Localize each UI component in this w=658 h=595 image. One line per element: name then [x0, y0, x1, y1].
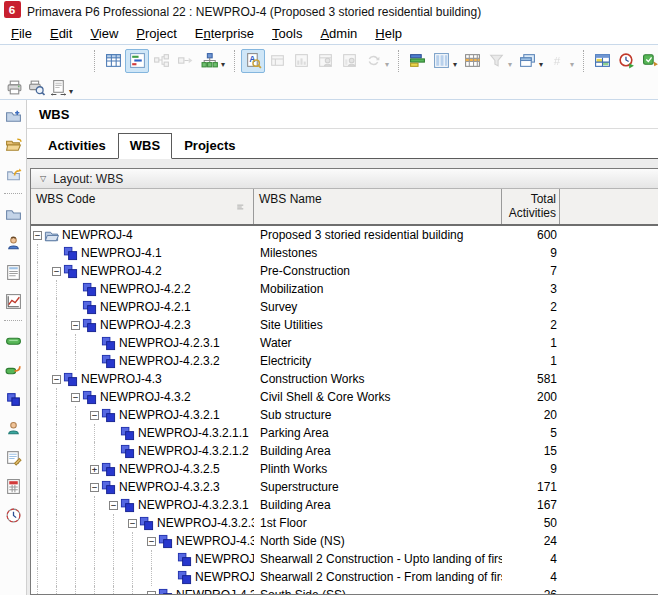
- wbs-row[interactable]: −NEWPROJ-4.3.2.3.1Building Area167: [31, 496, 658, 514]
- tab-activities[interactable]: Activities: [36, 133, 118, 159]
- menu-file[interactable]: File: [2, 24, 41, 43]
- wbs-row[interactable]: +NEWPROJ-4.3.2.5Plinth Works9: [31, 460, 658, 478]
- timescale-button[interactable]: [460, 49, 484, 73]
- resource-usage-button[interactable]: [313, 49, 337, 73]
- wbs-row[interactable]: −NEWPROJ-4.2.3Site Utilities2: [31, 316, 658, 334]
- tracking-button[interactable]: [2, 290, 24, 312]
- collapse-icon[interactable]: −: [90, 483, 99, 492]
- layout-options-bar[interactable]: ▽ Layout: WBS: [31, 169, 658, 189]
- wbs-row[interactable]: −NEWPROJ-4.3.2.3.1.North Side (NS)24: [31, 532, 658, 550]
- expenses-button[interactable]: [2, 446, 24, 468]
- menu-project[interactable]: Project: [127, 24, 185, 43]
- wbs-row[interactable]: −NEWPROJ-4.3.2.1Sub structure20: [31, 406, 658, 424]
- collapse-icon[interactable]: −: [109, 501, 118, 510]
- columns-dropdown-icon[interactable]: ▾: [453, 60, 457, 69]
- wbs-row[interactable]: −NEWPROJ-4.3.2Civil Shell & Core Works20…: [31, 388, 658, 406]
- wbs-row[interactable]: NEWPROJ-4.1Milestones9: [31, 244, 658, 262]
- layout-button[interactable]: [515, 49, 539, 73]
- activity-details-button[interactable]: [265, 49, 289, 73]
- folder-export-button[interactable]: [2, 163, 24, 185]
- page-setup-dropdown-icon[interactable]: ▾: [69, 87, 73, 96]
- empty-cell: [560, 226, 658, 244]
- collapse-icon[interactable]: −: [71, 321, 80, 330]
- tree-indent-guide: [56, 406, 71, 424]
- folder-button[interactable]: [2, 203, 24, 225]
- wbs-cubes-button[interactable]: [2, 388, 24, 410]
- print-preview-button[interactable]: [25, 77, 47, 98]
- wbs-row[interactable]: NEWPROJ-4.2.2Mobilization3: [31, 280, 658, 298]
- line-numbers-button[interactable]: #: [546, 49, 570, 73]
- collapse-icon[interactable]: −: [52, 375, 61, 384]
- menu-edit[interactable]: Edit: [41, 24, 81, 43]
- obs-button[interactable]: [2, 330, 24, 352]
- filter-dropdown-icon[interactable]: ▾: [508, 60, 512, 69]
- find-button[interactable]: A: [241, 49, 265, 73]
- wbs-row[interactable]: NEWPROJ-4.2.3.2Electricity1: [31, 352, 658, 370]
- menu-admin[interactable]: Admin: [311, 24, 366, 43]
- menu-tools[interactable]: Tools: [263, 24, 311, 43]
- wbs-row[interactable]: NEWPROJ-4.3.2.3Shearwall 2 Construction …: [31, 568, 658, 586]
- line-numbers-dropdown-icon[interactable]: ▾: [570, 60, 574, 69]
- schedule-button[interactable]: [638, 49, 658, 73]
- roles-button[interactable]: [2, 417, 24, 439]
- wbs-row[interactable]: NEWPROJ-4.2.3.1Water1: [31, 334, 658, 352]
- chart-view-button[interactable]: [197, 49, 221, 73]
- resources-button[interactable]: [2, 232, 24, 254]
- wbs-row[interactable]: NEWPROJ-4.2.1Survey2: [31, 298, 658, 316]
- column-filter-icon[interactable]: [235, 201, 247, 216]
- column-header-wbs-name[interactable]: WBS Name: [254, 189, 502, 224]
- expand-icon[interactable]: +: [90, 465, 99, 474]
- calculators-button[interactable]: [2, 475, 24, 497]
- refresh-button[interactable]: [361, 49, 385, 73]
- layout-dropdown-icon[interactable]: ▾: [539, 60, 543, 69]
- collapse-icon[interactable]: −: [52, 267, 61, 276]
- print-button[interactable]: [3, 77, 25, 98]
- links-button[interactable]: [2, 359, 24, 381]
- wbs-row[interactable]: −NEWPROJ-4.3.2.3.1.11st Floor50: [31, 514, 658, 532]
- refresh-dropdown-icon[interactable]: ▾: [385, 60, 389, 69]
- resource-usage-alt-button[interactable]: [337, 49, 361, 73]
- chart-view-dropdown-icon[interactable]: ▾: [221, 60, 225, 69]
- activity-network-button[interactable]: [149, 49, 173, 73]
- columns-button[interactable]: [429, 49, 453, 73]
- column-header-total-activities[interactable]: Total Activities: [502, 189, 560, 224]
- collapse-icon[interactable]: −: [90, 411, 99, 420]
- menu-enterprise[interactable]: Enterprise: [186, 24, 263, 43]
- reports-button[interactable]: [2, 261, 24, 283]
- details-table-button[interactable]: [590, 49, 614, 73]
- wbs-row[interactable]: −NEWPROJ-4Proposed 3 storied residential…: [31, 226, 658, 244]
- filter-button[interactable]: [484, 49, 508, 73]
- collapse-icon[interactable]: −: [147, 591, 156, 595]
- trace-logic-button[interactable]: [173, 49, 197, 73]
- expand-slot: −: [71, 321, 82, 330]
- group-sort-button[interactable]: [405, 49, 429, 73]
- wbs-code-cell: −NEWPROJ-4.3.2: [31, 388, 254, 406]
- layout-collapse-icon[interactable]: ▽: [40, 174, 46, 183]
- tab-projects[interactable]: Projects: [172, 133, 247, 159]
- wbs-row[interactable]: NEWPROJ-4.3.2.3Shearwall 2 Construction …: [31, 550, 658, 568]
- collapse-icon[interactable]: −: [33, 231, 42, 240]
- folder-add-button[interactable]: [2, 105, 24, 127]
- wbs-row[interactable]: −NEWPROJ-4.3.2.3Superstructure171: [31, 478, 658, 496]
- tab-wbs[interactable]: WBS: [118, 133, 172, 159]
- table-view-button[interactable]: [101, 49, 125, 73]
- page-setup-button[interactable]: [47, 77, 69, 98]
- progress-clock-button[interactable]: [2, 504, 24, 526]
- column-header-wbs-code[interactable]: WBS Code: [31, 189, 254, 224]
- gantt-chart-button[interactable]: [125, 49, 149, 73]
- collapse-icon[interactable]: −: [71, 393, 80, 402]
- folder-open-button[interactable]: [2, 134, 24, 156]
- menu-view[interactable]: View: [81, 24, 127, 43]
- tree-indent-guide: [151, 568, 166, 586]
- wbs-row[interactable]: −NEWPROJ-4.3Construction Works581: [31, 370, 658, 388]
- menu-help[interactable]: Help: [366, 24, 411, 43]
- resource-profile-icon: [293, 52, 310, 69]
- collapse-icon[interactable]: −: [128, 519, 137, 528]
- wbs-row[interactable]: NEWPROJ-4.3.2.1.1Parking Area5: [31, 424, 658, 442]
- wbs-row[interactable]: NEWPROJ-4.3.2.1.2Building Area15: [31, 442, 658, 460]
- wbs-row[interactable]: −NEWPROJ-4.2Pre-Construction7: [31, 262, 658, 280]
- progress-spotlight-button[interactable]: [614, 49, 638, 73]
- wbs-row[interactable]: −NEWPROJ-4.3.2.3.1South Side (SS)26: [31, 586, 658, 594]
- collapse-icon[interactable]: −: [147, 537, 156, 546]
- resource-profile-button[interactable]: [289, 49, 313, 73]
